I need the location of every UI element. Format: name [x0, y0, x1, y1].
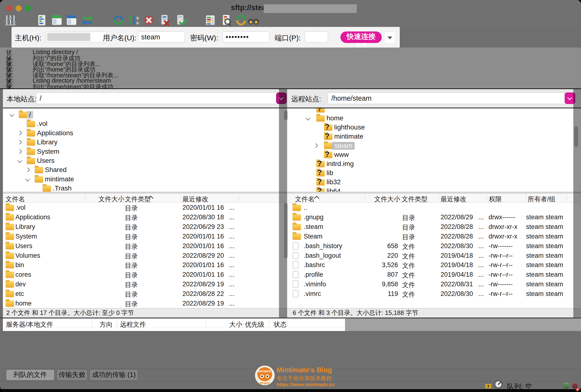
- zoom-button[interactable]: [25, 5, 31, 11]
- remote-splitter[interactable]: [289, 192, 581, 194]
- remote-directory-tree[interactable]: homelighthousemintimatesteamwwwinitrd.im…: [289, 108, 581, 192]
- file-row-.viminfo[interactable]: .viminfo9,858文件2022/08/31...-rw-------st…: [289, 280, 581, 289]
- tree-item-.Trash[interactable]: .Trash: [3, 184, 289, 192]
- tab-successful-transfers[interactable]: 成功的传输 (1): [89, 370, 138, 380]
- password-input[interactable]: [223, 32, 269, 42]
- file-row-etc[interactable]: etc目录2022/08/28 22...: [3, 289, 289, 298]
- tab-queued-files[interactable]: 列队的文件: [6, 370, 54, 380]
- file-name-cell: Steam: [304, 233, 322, 240]
- column-header-modified[interactable]: 最近修改: [441, 195, 467, 204]
- tree-item[interactable]: [289, 108, 581, 113]
- local-splitter[interactable]: [3, 192, 289, 194]
- file-row-home[interactable]: home目录2022/08/29 19...: [3, 299, 289, 308]
- collapse-icon[interactable]: [9, 112, 14, 117]
- file-truncated-cell: ...: [229, 223, 235, 230]
- file-row-bin[interactable]: bin目录2020/01/01 16...: [3, 260, 289, 270]
- minimize-button[interactable]: [15, 5, 21, 11]
- disconnect-icon[interactable]: [158, 14, 171, 26]
- find-files-icon[interactable]: [247, 14, 260, 26]
- collapse-icon[interactable]: [25, 177, 30, 182]
- collapse-icon[interactable]: [306, 116, 310, 120]
- center-splitter-dim[interactable]: [279, 88, 287, 318]
- remote-file-list[interactable]: ...gnupg目录2022/08/29...drwx------steam s…: [289, 203, 581, 308]
- tree-item-Users[interactable]: Users: [3, 156, 289, 165]
- tab-failed-transfers[interactable]: 传输失败: [57, 370, 87, 380]
- column-header-filename[interactable]: 文件名: [5, 195, 25, 204]
- tree-item-initrd.img[interactable]: initrd.img: [289, 160, 581, 168]
- message-log[interactable]: 状态:Listing directory /状态:列出“/”的目录成功状态:读取…: [0, 48, 581, 88]
- remote-tree-icon[interactable]: [65, 14, 78, 26]
- tree-item-.vol[interactable]: .vol: [3, 120, 289, 128]
- local-path-combo[interactable]: /: [36, 92, 279, 104]
- username-input[interactable]: [138, 32, 185, 42]
- tree-item-System[interactable]: System: [3, 147, 289, 156]
- column-header-filename[interactable]: 文件名: [295, 195, 315, 204]
- file-row-.vol[interactable]: .vol目录2020/01/01 16...: [3, 203, 289, 212]
- lock-icon[interactable]: [484, 380, 493, 389]
- expand-icon[interactable]: [17, 140, 22, 144]
- tree-item-Shared[interactable]: Shared: [3, 166, 289, 174]
- file-row-.profile[interactable]: .profile807文件2019/04/18...-rw-r--r--stea…: [289, 270, 581, 279]
- file-row-.gnupg[interactable]: .gnupg目录2022/08/29...drwx------steam ste…: [289, 212, 581, 222]
- quickconnect-dropdown-button[interactable]: [384, 32, 396, 44]
- file-row-.bash_logout[interactable]: .bash_logout220文件2019/04/18...-rw-r--r--…: [289, 251, 581, 260]
- message-log-icon[interactable]: [36, 14, 48, 26]
- column-header-filetype[interactable]: 文件类型: [125, 195, 151, 204]
- file-row-Library[interactable]: Library目录2022/06/29 23...: [3, 222, 289, 231]
- compare-directories-icon[interactable]: [204, 14, 217, 26]
- remote-path-combo[interactable]: /home/steam: [328, 92, 565, 104]
- column-header-filesize[interactable]: 文件大小: [98, 195, 124, 204]
- file-row-Volumes[interactable]: Volumes目录2022/08/29 20...: [3, 251, 289, 260]
- port-input[interactable]: [305, 32, 328, 42]
- expand-icon[interactable]: [17, 149, 22, 154]
- file-row-dev[interactable]: dev目录2022/08/29 19...: [3, 280, 289, 289]
- tree-item-lib64[interactable]: lib64: [289, 187, 581, 192]
- tree-item-lib32[interactable]: lib32: [289, 178, 581, 186]
- tree-item-/[interactable]: /: [3, 110, 289, 119]
- speed-limits-gauge-icon[interactable]: [494, 380, 503, 389]
- column-header-owner-group[interactable]: 所有者/组: [528, 195, 556, 204]
- reconnect-icon[interactable]: [174, 14, 187, 26]
- tree-item-mintimate[interactable]: mintimate: [3, 175, 289, 184]
- process-queue-icon[interactable]: [128, 14, 140, 26]
- tree-item-home[interactable]: home: [289, 114, 581, 122]
- refresh-icon[interactable]: [112, 14, 125, 26]
- tree-item-steam[interactable]: steam: [289, 141, 581, 150]
- transfer-queue-icon[interactable]: [81, 14, 94, 26]
- chevron-down-icon: [388, 36, 392, 40]
- file-row-Users[interactable]: Users目录2020/01/01 16...: [3, 242, 289, 250]
- cancel-icon[interactable]: [143, 14, 155, 26]
- synchronized-browsing-icon[interactable]: [235, 14, 247, 26]
- filename-filters-icon[interactable]: [220, 14, 233, 26]
- file-row-System[interactable]: System目录2020/01/01 16...: [3, 232, 289, 241]
- local-tree-icon[interactable]: [51, 14, 63, 26]
- tree-item-mintimate[interactable]: mintimate: [289, 132, 581, 141]
- tree-item-Library[interactable]: Library: [3, 138, 289, 146]
- file-row-.vimrc[interactable]: .vimrc119文件2022/08/30...-rw-r--r--steam …: [289, 289, 581, 298]
- file-row-Steam[interactable]: Steam目录2022/08/28...drwxr-xr-xsteam stea…: [289, 232, 581, 241]
- expand-icon[interactable]: [17, 131, 22, 136]
- column-header-modified[interactable]: 最近修改: [182, 195, 208, 204]
- file-row-Applications[interactable]: Applications目录2022/08/30 18...: [3, 212, 289, 222]
- expand-icon[interactable]: [25, 168, 30, 172]
- unknown-folder-icon: [316, 188, 325, 192]
- tree-item-www[interactable]: www: [289, 150, 581, 159]
- column-header-permissions[interactable]: 权限: [489, 195, 502, 204]
- collapse-icon[interactable]: [17, 158, 22, 163]
- file-row-cores[interactable]: cores目录2020/01/01 16...: [3, 270, 289, 279]
- column-header-filetype[interactable]: 文件类型: [402, 195, 428, 204]
- tree-item-Applications[interactable]: Applications: [3, 129, 289, 138]
- tree-item-lib[interactable]: lib: [289, 168, 581, 177]
- column-header-filesize[interactable]: 文件大小: [374, 195, 400, 204]
- quickconnect-button[interactable]: 快速连接(Q): [340, 32, 382, 43]
- local-file-list[interactable]: .vol目录2020/01/01 16...Applications目录2022…: [3, 203, 289, 308]
- file-row-..[interactable]: ..: [289, 203, 581, 212]
- tree-item-lighthouse[interactable]: lighthouse: [289, 123, 581, 132]
- file-row-.bashrc[interactable]: .bashrc3,526文件2019/04/18...-rw-r--r--ste…: [289, 260, 581, 270]
- site-manager-icon[interactable]: [4, 14, 17, 26]
- expand-icon[interactable]: [313, 143, 318, 148]
- local-directory-tree[interactable]: /.volApplicationsLibrarySystemUsersShare…: [3, 108, 289, 192]
- close-button[interactable]: [6, 5, 12, 11]
- file-row-.bash_history[interactable]: .bash_history658文件2022/08/30...-rw------…: [289, 242, 581, 250]
- file-row-.steam[interactable]: .steam目录2022/08/28...drwxr-xr-xsteam ste…: [289, 222, 581, 231]
